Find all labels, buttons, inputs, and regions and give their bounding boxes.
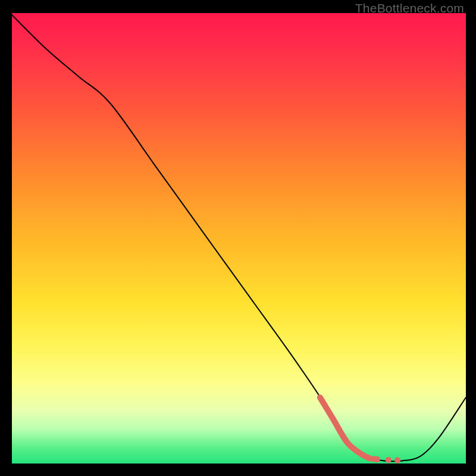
- heat-gradient-background: [10, 13, 466, 465]
- plot-area: [10, 13, 466, 465]
- chart-stage: TheBottleneck.com: [0, 0, 476, 476]
